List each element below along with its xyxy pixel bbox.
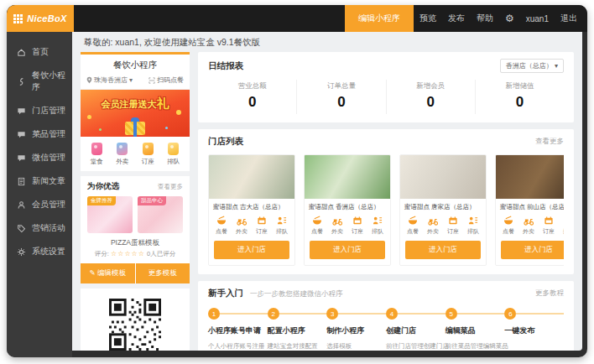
stores-row: 蜜语甜点 吉大店（总店） 点餐 外卖 订座 排队 进入门店 xyxy=(208,154,564,266)
enter-store-button[interactable]: 进入门店 xyxy=(405,241,481,259)
queue-icon xyxy=(168,143,179,155)
service-order[interactable]: 点餐 xyxy=(307,216,327,236)
report-title: 日结报表 xyxy=(208,60,243,72)
chevron-down-icon: ▾ xyxy=(129,76,133,84)
gear-icon xyxy=(17,247,26,257)
recommend-more-link[interactable]: 查看更多 xyxy=(158,183,183,191)
store-photo xyxy=(400,155,486,199)
sidebar-item-wechat-mgmt[interactable]: 微信管理 xyxy=(7,146,72,169)
service-queue[interactable]: 排队 xyxy=(463,216,483,236)
panel-tab-restaurant-miniprogram[interactable]: 餐饮小程序 xyxy=(81,55,190,75)
stat-new-deposits: 新增储值 0 xyxy=(475,80,564,114)
enter-store-button[interactable]: 进入门店 xyxy=(214,241,289,259)
product-tag: 甜品中心 xyxy=(138,196,166,205)
bowl-icon xyxy=(216,216,227,226)
guide-steps: 1 小程序账号申请 个人小程序账号注册 企业小程序账号注册、认证 微信公众号注册… xyxy=(208,308,564,351)
recommend-title: 为你优选 xyxy=(87,181,119,192)
topbar-right: 编辑小程序 预览 发布 帮助 ⚙ xuan1 退出 xyxy=(345,5,587,32)
qr-section: 扫描二维码用手机浏览 xyxy=(81,289,190,351)
store-photo xyxy=(305,155,390,199)
calendar-icon xyxy=(257,216,267,226)
sidebar-item-members[interactable]: 会员管理 xyxy=(7,193,72,216)
stat-revenue: 营业总额 0 xyxy=(208,80,296,114)
service-queue[interactable]: 排队 xyxy=(272,216,292,236)
step-number: 4 xyxy=(386,308,398,320)
person-icon xyxy=(17,200,26,210)
quick-action-takeout[interactable]: 外卖 xyxy=(110,143,136,166)
service-reserve[interactable]: 订座 xyxy=(347,216,367,236)
service-takeout[interactable]: 外卖 xyxy=(327,216,347,236)
logout-link[interactable]: 退出 xyxy=(555,5,587,32)
bowl-icon xyxy=(503,216,513,226)
scan-order-button[interactable]: 扫码点餐 xyxy=(148,75,184,85)
quick-action-dinein[interactable]: 堂食 xyxy=(84,143,110,166)
product-card[interactable]: 金牌推荐 xyxy=(87,196,133,233)
preview-link[interactable]: 预览 xyxy=(414,5,442,32)
queue-icon xyxy=(468,216,478,226)
service-reserve[interactable]: 订座 xyxy=(252,216,272,236)
store-card: 蜜语甜点 唐家店（总店） 点餐 外卖 订座 排队 进入门店 xyxy=(399,154,487,266)
app-window: NiceBoX 编辑小程序 预览 发布 帮助 ⚙ xuan1 退出 首页 餐饮小… xyxy=(7,5,587,357)
guide-step-3: 3 制作小程序 选择模板 设计制作 xyxy=(326,308,386,351)
stat-new-members: 新增会员 0 xyxy=(386,80,475,114)
edit-template-button[interactable]: ✎ 编辑模板 xyxy=(81,263,135,283)
settings-gear[interactable]: ⚙ xyxy=(499,5,520,32)
sidebar-item-home[interactable]: 首页 xyxy=(7,40,72,64)
service-order[interactable]: 点餐 xyxy=(498,216,518,236)
sidebar-item-news[interactable]: 新闻文章 xyxy=(7,169,72,193)
home-icon xyxy=(17,48,26,57)
sidebar-item-miniprogram[interactable]: 餐饮小程序 xyxy=(7,64,72,99)
enter-store-button[interactable]: 进入门店 xyxy=(501,241,564,259)
sidebar-item-settings[interactable]: 系统设置 xyxy=(7,240,72,263)
daily-report-card: 日结报表 香洲店（总店） ▾ 营业总额 0 订单总量 0 xyxy=(198,52,574,122)
dinein-icon xyxy=(91,143,102,155)
gear-icon: ⚙ xyxy=(505,13,514,24)
more-templates-button[interactable]: 更多模板 xyxy=(136,263,190,283)
guide-step-5: 5 编辑菜品 前往菜品管理编辑菜品 xyxy=(446,308,505,351)
sidebar-item-dish-mgmt[interactable]: 菜品管理 xyxy=(7,122,72,146)
queue-icon xyxy=(373,216,383,226)
calendar-icon xyxy=(544,216,554,226)
logo-text: NiceBoX xyxy=(27,13,66,23)
help-link[interactable]: 帮助 xyxy=(471,5,499,32)
store-list-card: 门店列表 查看更多 蜜语甜点 吉大店（总店） 点餐 外卖 订座 xyxy=(198,129,574,274)
service-takeout[interactable]: 外卖 xyxy=(232,216,252,236)
stat-orders: 订单总量 0 xyxy=(296,80,385,114)
service-queue[interactable]: 排队 xyxy=(559,216,564,236)
store-photo xyxy=(209,155,294,199)
sidebar-item-marketing[interactable]: 营销活动 xyxy=(7,216,72,240)
banner-title: 会员注册送大礼 xyxy=(81,96,190,112)
member-promo-banner[interactable]: 会员注册送大礼 xyxy=(81,90,190,137)
sidebar-item-store-mgmt[interactable]: 门店管理 xyxy=(7,99,72,122)
takeout-icon xyxy=(117,143,128,155)
service-queue[interactable]: 排队 xyxy=(367,216,388,236)
confetti-dot xyxy=(87,115,91,119)
quick-action-reserve[interactable]: 订座 xyxy=(135,143,161,166)
edit-miniprogram-button[interactable]: 编辑小程序 xyxy=(345,5,414,32)
product-card[interactable]: 甜品中心 xyxy=(138,196,183,233)
app-logo[interactable]: NiceBoX xyxy=(7,5,74,32)
service-takeout[interactable]: 外卖 xyxy=(518,216,539,236)
service-takeout[interactable]: 外卖 xyxy=(423,216,443,236)
edit-pencil-icon: ✎ xyxy=(90,268,96,277)
confetti-dot xyxy=(165,127,168,129)
stats-row: 营业总额 0 订单总量 0 新增会员 0 xyxy=(208,80,564,114)
publish-link[interactable]: 发布 xyxy=(442,5,471,32)
guide-step-6: 6 一键发布 xyxy=(504,308,564,351)
store-select-dropdown[interactable]: 香洲店（总店） ▾ xyxy=(500,59,564,73)
calendar-icon xyxy=(448,216,458,226)
location-selector[interactable]: 珠海香洲店 ▾ xyxy=(86,75,133,85)
more-tutorials-link[interactable]: 更多教程 xyxy=(535,289,564,299)
username-menu[interactable]: xuan1 xyxy=(520,5,555,32)
gift-box-graphic xyxy=(125,122,145,135)
service-order[interactable]: 点餐 xyxy=(211,216,232,236)
service-reserve[interactable]: 订座 xyxy=(443,216,463,236)
enter-store-button[interactable]: 进入门店 xyxy=(310,241,385,259)
service-order[interactable]: 点餐 xyxy=(403,216,423,236)
store-list-more-link[interactable]: 查看更多 xyxy=(535,137,564,147)
service-reserve[interactable]: 订座 xyxy=(539,216,559,236)
store-card: 蜜语甜点 前山店（总店） 点餐 外卖 订座 排队 进入门店 xyxy=(495,154,564,266)
scooter-icon xyxy=(428,216,438,226)
scooter-icon xyxy=(332,216,342,226)
quick-action-queue[interactable]: 排队 xyxy=(161,143,187,166)
